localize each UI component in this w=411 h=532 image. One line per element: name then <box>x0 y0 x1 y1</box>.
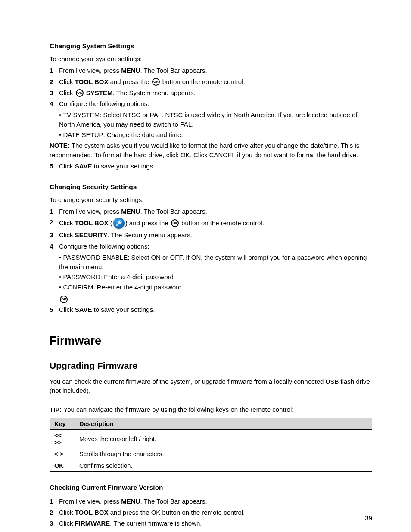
substep-password: • PASSWORD: Enter a 4-digit password <box>59 272 372 282</box>
heading-firmware: Firmware <box>50 334 372 348</box>
substep-password-enable: • PASSWORD ENABLE: Select ON or OFF. If … <box>59 253 372 272</box>
step-3: 3 Click SYSTEM. The System menu appears. <box>50 88 372 98</box>
ok-icon <box>76 89 84 97</box>
ok-icon <box>152 78 160 86</box>
note: NOTE: The system asks you if you would l… <box>50 141 372 160</box>
section-intro: To change your security settings: <box>50 196 372 203</box>
checking-title: Checking Current Firmware Version <box>50 484 372 492</box>
step-4: 4 Configure the following options: <box>50 99 372 109</box>
section-firmware: Firmware Upgrading Firmware You can chec… <box>50 334 372 529</box>
col-key: Key <box>50 418 75 429</box>
step-2: 2 Click TOOL BOX () and press the button… <box>50 218 372 229</box>
substep-datesetup: • DATE SETUP: Change the date and time. <box>59 130 372 140</box>
fw-step-1: 1 From live view, press MENU. The Tool B… <box>50 497 372 506</box>
table-row: OK Confirms selection. <box>50 460 372 471</box>
section-intro: To change your system settings: <box>50 55 372 62</box>
col-description: Description <box>75 418 372 429</box>
security-step-5-line <box>59 296 372 303</box>
step-1: 1 From live view, press MENU. The Tool B… <box>50 66 372 75</box>
fw-step-3: 3 Click FIRMWARE. The current firmware i… <box>50 519 372 528</box>
firmware-body: You can check the current firmware of th… <box>50 377 372 396</box>
ok-icon <box>60 296 68 303</box>
page-number: 39 <box>365 514 372 522</box>
fw-step-2: 2 Click TOOL BOX and press the OK button… <box>50 508 372 517</box>
substep-confirm: • CONFIRM: Re-enter the 4-digit password <box>59 283 372 292</box>
step-2: 2 Click TOOL BOX and press the button on… <box>50 77 372 87</box>
step-4: 4 Configure the following options: <box>50 242 372 251</box>
section-security-settings: Changing Security Settings To change you… <box>50 183 372 314</box>
table-row: << >> Moves the cursor left / right. <box>50 429 372 448</box>
step-1: 1 From live view, press MENU. The Tool B… <box>50 207 372 216</box>
section-title: Changing System Settings <box>50 42 372 50</box>
section-system-settings: Changing System Settings To change your … <box>50 42 372 171</box>
heading-upgrade: Upgrading Firmware <box>50 361 372 371</box>
remote-keys-table: Key Description << >> Moves the cursor l… <box>50 418 372 472</box>
step-5: 5 Click SAVE to save your settings. <box>50 305 372 314</box>
table-row: < > Scrolls through the characters. <box>50 448 372 460</box>
ok-icon <box>171 219 179 227</box>
tip-line: TIP: You can navigate the firmware by us… <box>50 405 372 414</box>
substep-tvsystem: • TV SYSTEM: Select NTSC or PAL. NTSC is… <box>59 110 372 129</box>
step-5: 5 Click SAVE to save your settings. <box>50 162 372 171</box>
step-3: 3 Click SECURITY. The Security menu appe… <box>50 230 372 240</box>
section-title: Changing Security Settings <box>50 183 372 191</box>
wrench-icon <box>113 218 125 229</box>
